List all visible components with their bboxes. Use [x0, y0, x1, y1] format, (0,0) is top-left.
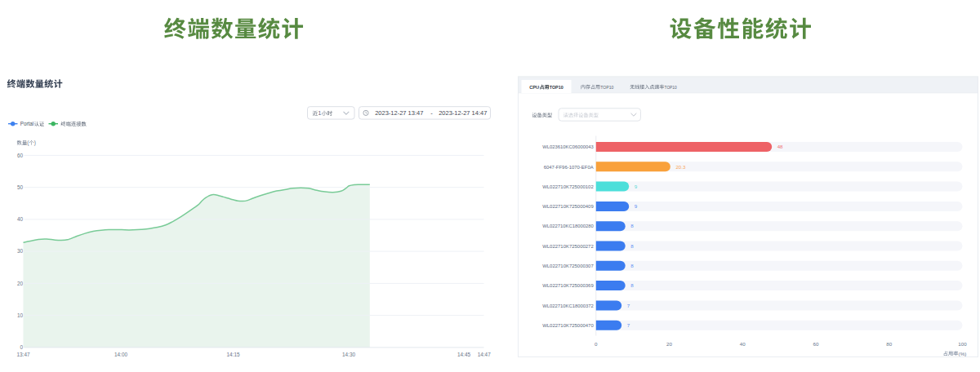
- svg-text:9: 9: [635, 203, 638, 209]
- svg-text:20: 20: [17, 281, 24, 286]
- svg-text:WL022710K725000307: WL022710K725000307: [542, 263, 594, 268]
- svg-text:WL022710K725000102: WL022710K725000102: [542, 184, 594, 189]
- svg-text:80: 80: [886, 341, 892, 347]
- svg-text:WL022710KC18000280: WL022710KC18000280: [542, 223, 594, 228]
- svg-text:WL022710KC18000372: WL022710KC18000372: [542, 303, 594, 308]
- svg-text:6047-FF96-1070-EF0A: 6047-FF96-1070-EF0A: [544, 164, 595, 170]
- svg-text:30: 30: [17, 248, 24, 254]
- svg-text:WL022710K725000369: WL022710K725000369: [542, 282, 594, 288]
- svg-text:8: 8: [630, 243, 634, 249]
- svg-text:2023-12-27 14:47: 2023-12-27 14:47: [439, 109, 487, 117]
- svg-text:0: 0: [595, 341, 598, 347]
- svg-text:40: 40: [740, 341, 746, 347]
- svg-text:0: 0: [20, 344, 23, 350]
- svg-text:13:47: 13:47: [17, 352, 30, 357]
- svg-text:7: 7: [627, 322, 630, 328]
- svg-text:WL022710K725000409: WL022710K725000409: [542, 203, 594, 209]
- svg-text:100: 100: [958, 341, 967, 347]
- svg-text:WL022710K725000470: WL022710K725000470: [542, 322, 594, 328]
- svg-text:48: 48: [777, 144, 783, 149]
- svg-text:(%): (%): [959, 351, 967, 356]
- svg-text:8: 8: [630, 263, 634, 268]
- svg-text:8: 8: [630, 282, 634, 288]
- svg-text:20.3: 20.3: [675, 164, 686, 170]
- svg-text:14:45: 14:45: [457, 352, 470, 357]
- svg-text:CPU: CPU: [529, 85, 539, 90]
- svg-text:50: 50: [17, 184, 24, 190]
- svg-text:14:30: 14:30: [342, 352, 355, 357]
- svg-text:TOP10: TOP10: [665, 85, 678, 90]
- svg-text:60: 60: [813, 341, 819, 347]
- svg-text:40: 40: [17, 216, 24, 222]
- svg-text:2023-12-27 13:47: 2023-12-27 13:47: [375, 109, 423, 117]
- svg-text:9: 9: [635, 184, 638, 189]
- svg-text:7: 7: [627, 303, 630, 308]
- svg-text:60: 60: [17, 153, 24, 158]
- svg-text:WL023610KC06000043: WL023610KC06000043: [542, 144, 594, 149]
- svg-text:10: 10: [17, 312, 24, 318]
- svg-text:(: (: [27, 140, 29, 146]
- svg-text:WL022710K725000272: WL022710K725000272: [542, 243, 594, 249]
- svg-text:8: 8: [630, 223, 634, 228]
- svg-text:TOP10: TOP10: [550, 85, 564, 90]
- svg-text:Portal: Portal: [20, 121, 33, 126]
- svg-text:TOP10: TOP10: [600, 85, 614, 90]
- svg-text:20: 20: [666, 341, 672, 347]
- svg-text:14:15: 14:15: [227, 352, 240, 357]
- svg-text:14:00: 14:00: [114, 352, 127, 357]
- svg-text:): ): [34, 140, 36, 146]
- svg-text:1: 1: [318, 110, 322, 116]
- svg-text:14:47: 14:47: [478, 352, 491, 357]
